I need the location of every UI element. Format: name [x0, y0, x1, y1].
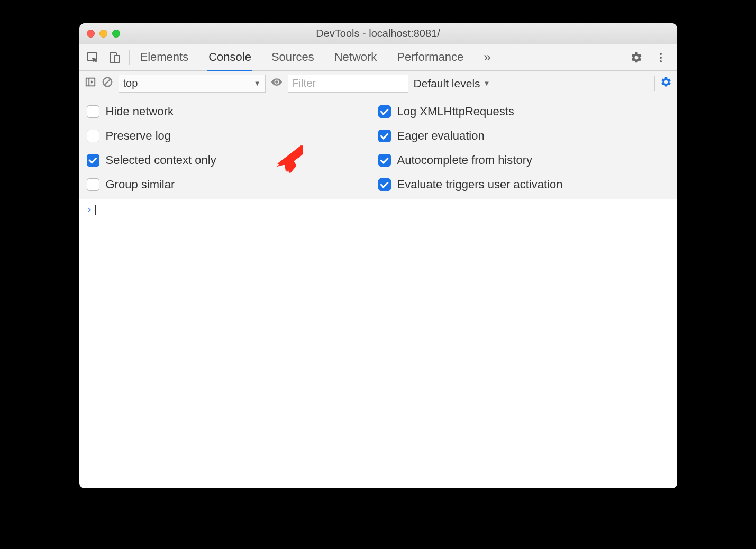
kebab-menu-icon[interactable]: [653, 50, 669, 66]
checkbox-autocomplete-from-history[interactable]: [378, 154, 391, 167]
titlebar: DevTools - localhost:8081/: [79, 23, 677, 44]
chevron-down-icon: ▼: [254, 79, 261, 87]
console-settings-panel: Hide network Preserve log Selected conte…: [79, 96, 677, 199]
svg-line-9: [104, 79, 110, 85]
option-autocomplete-from-history[interactable]: Autocomplete from history: [378, 153, 670, 167]
option-label: Autocomplete from history: [397, 153, 533, 167]
checkbox-preserve-log[interactable]: [87, 130, 99, 142]
option-label: Hide network: [106, 105, 174, 118]
minimize-window-button[interactable]: [99, 30, 107, 38]
inspect-element-icon[interactable]: [85, 50, 101, 66]
gear-icon[interactable]: [629, 50, 644, 66]
toolbar-divider: [654, 76, 655, 91]
svg-point-3: [660, 53, 662, 55]
toggle-console-sidebar-icon[interactable]: [85, 76, 96, 91]
devtools-window: DevTools - localhost:8081/ Elements Cons…: [79, 23, 677, 488]
checkbox-selected-context-only[interactable]: [87, 154, 99, 167]
option-preserve-log[interactable]: Preserve log: [87, 129, 378, 143]
console-output[interactable]: ›: [79, 199, 677, 488]
tabs-overflow-button[interactable]: »: [482, 43, 491, 72]
option-log-xmlhttprequests[interactable]: Log XMLHttpRequests: [378, 105, 670, 118]
option-label: Log XMLHttpRequests: [397, 105, 514, 118]
execution-context-selector[interactable]: top ▼: [119, 75, 266, 93]
option-evaluate-triggers-user-activation[interactable]: Evaluate triggers user activation: [378, 178, 670, 191]
checkbox-hide-network[interactable]: [87, 105, 99, 118]
chevron-down-icon: ▼: [484, 79, 490, 87]
close-window-button[interactable]: [87, 30, 95, 38]
option-label: Eager evaluation: [397, 129, 485, 143]
svg-point-4: [660, 57, 662, 59]
tab-network[interactable]: Network: [333, 44, 378, 71]
checkbox-log-xmlhttprequests[interactable]: [378, 105, 391, 118]
tab-elements[interactable]: Elements: [139, 44, 190, 71]
tab-performance[interactable]: Performance: [396, 44, 464, 71]
console-filter-input[interactable]: [293, 77, 404, 89]
panel-tabs: Elements Console Sources Network Perform…: [139, 43, 613, 72]
main-toolbar: Elements Console Sources Network Perform…: [79, 44, 677, 71]
log-levels-selector[interactable]: Default levels ▼: [414, 77, 490, 90]
option-label: Evaluate triggers user activation: [397, 178, 563, 191]
console-prompt-icon: ›: [87, 204, 93, 484]
svg-rect-6: [86, 78, 95, 86]
option-hide-network[interactable]: Hide network: [87, 105, 378, 118]
option-label: Preserve log: [106, 129, 171, 143]
live-expression-icon[interactable]: [271, 76, 283, 91]
option-eager-evaluation[interactable]: Eager evaluation: [378, 129, 670, 143]
clear-console-icon[interactable]: [102, 76, 113, 91]
checkbox-eager-evaluation[interactable]: [378, 130, 391, 142]
options-col-right: Log XMLHttpRequests Eager evaluation Aut…: [378, 102, 670, 191]
console-filter-bar: top ▼ Default levels ▼: [79, 71, 677, 96]
option-label: Group similar: [106, 178, 175, 191]
traffic-lights: [79, 30, 120, 38]
console-settings-icon[interactable]: [660, 76, 672, 91]
tab-console[interactable]: Console: [207, 44, 252, 71]
option-selected-context-only[interactable]: Selected context only: [87, 153, 378, 167]
toolbar-divider: [129, 50, 130, 65]
checkbox-evaluate-triggers-user-activation[interactable]: [378, 178, 391, 191]
svg-point-5: [660, 60, 662, 62]
toolbar-right: [620, 50, 672, 66]
log-levels-label: Default levels: [414, 77, 480, 90]
toolbar-divider: [620, 50, 620, 65]
toggle-device-toolbar-icon[interactable]: [107, 50, 123, 66]
window-title: DevTools - localhost:8081/: [79, 28, 677, 40]
zoom-window-button[interactable]: [112, 30, 120, 38]
tab-sources[interactable]: Sources: [270, 44, 315, 71]
console-caret: [95, 205, 96, 215]
options-col-left: Hide network Preserve log Selected conte…: [87, 102, 378, 191]
filter-input-wrap[interactable]: [288, 75, 408, 93]
svg-rect-2: [114, 56, 120, 62]
checkbox-group-similar[interactable]: [87, 178, 99, 191]
option-label: Selected context only: [106, 153, 216, 167]
execution-context-value: top: [123, 77, 138, 89]
option-group-similar[interactable]: Group similar: [87, 178, 378, 191]
